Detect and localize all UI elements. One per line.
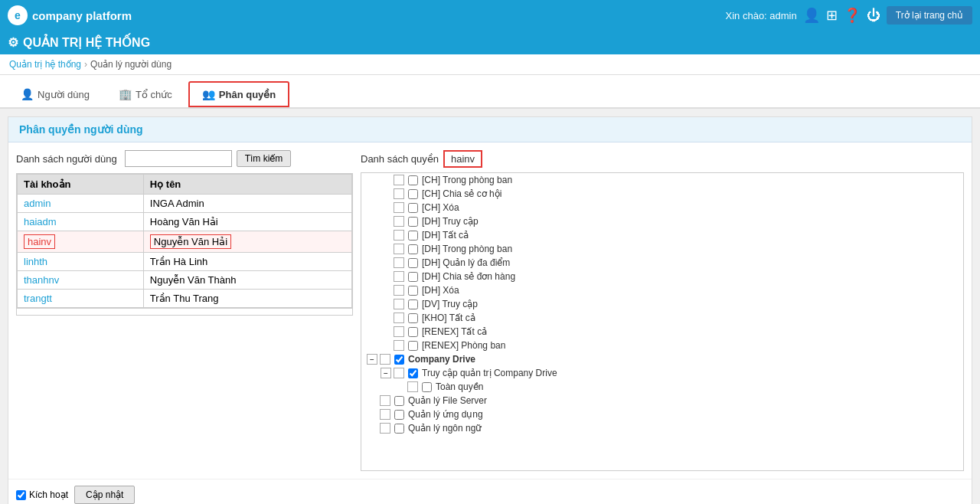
outer-checkbox[interactable] bbox=[380, 395, 390, 406]
outer-checkbox[interactable] bbox=[394, 216, 404, 227]
help-icon[interactable]: ❓ bbox=[844, 7, 861, 24]
activate-checkbox[interactable] bbox=[16, 490, 26, 500]
outer-checkbox[interactable] bbox=[394, 368, 404, 378]
return-home-button[interactable]: Trở lại trang chủ bbox=[887, 6, 972, 25]
perm-label-text: [DH] Tất cả bbox=[422, 230, 469, 241]
outer-checkbox[interactable] bbox=[394, 340, 404, 351]
perm-checkbox[interactable] bbox=[408, 327, 418, 337]
content-body: Danh sách người dùng Tìm kiếm Tài khoản … bbox=[8, 142, 972, 479]
expand-spacer bbox=[381, 175, 391, 185]
outer-checkbox[interactable] bbox=[394, 299, 404, 309]
perm-checkbox[interactable] bbox=[408, 341, 418, 351]
perm-checkbox[interactable] bbox=[408, 217, 418, 227]
perm-item: [RENEX] Tất cả bbox=[361, 325, 963, 339]
expand-spacer bbox=[381, 188, 391, 199]
user-table-scroll[interactable]: Tài khoản Họ tên adminINGA AdminhaiadmHo… bbox=[17, 174, 352, 308]
page-title-main: ⚙ QUẢN TRỊ HỆ THỐNG bbox=[8, 35, 150, 50]
outer-checkbox[interactable] bbox=[394, 202, 404, 213]
perm-checkbox[interactable] bbox=[408, 175, 418, 185]
outer-checkbox[interactable] bbox=[394, 244, 404, 254]
outer-checkbox[interactable] bbox=[380, 409, 390, 420]
expand-spacer bbox=[381, 313, 391, 323]
expand-spacer bbox=[367, 423, 377, 434]
perm-item: [DH] Xóa bbox=[361, 283, 963, 297]
user-fullname: Hoàng Văn Hải bbox=[143, 213, 351, 231]
outer-checkbox[interactable] bbox=[394, 326, 404, 337]
perm-checkbox[interactable] bbox=[408, 203, 418, 213]
perm-item: [DV] Truy cập bbox=[361, 297, 963, 311]
outer-checkbox[interactable] bbox=[394, 175, 404, 185]
expand-spacer bbox=[381, 257, 391, 268]
tab-users[interactable]: 👤 Người dùng bbox=[8, 81, 103, 107]
page-title: QUẢN TRỊ HỆ THỐNG bbox=[23, 35, 150, 50]
user-account[interactable]: trangtt bbox=[18, 290, 144, 308]
user-fullname: Nguyễn Văn Hải bbox=[143, 231, 351, 253]
expand-button[interactable]: − bbox=[367, 354, 377, 365]
outer-checkbox[interactable] bbox=[394, 188, 404, 199]
outer-checkbox[interactable] bbox=[394, 271, 404, 282]
perm-list-label: Danh sách quyền bbox=[361, 153, 439, 165]
perm-label-text: [DH] Xóa bbox=[422, 285, 459, 296]
user-account[interactable]: linhth bbox=[18, 253, 144, 271]
user-icon[interactable]: 👤 bbox=[803, 7, 820, 24]
perm-item: Toàn quyền bbox=[361, 380, 963, 394]
expand-spacer bbox=[381, 244, 391, 254]
perm-checkbox[interactable] bbox=[408, 286, 418, 296]
perm-label-text: [KHO] Tất cả bbox=[422, 313, 475, 323]
perm-checkbox[interactable] bbox=[394, 410, 404, 420]
outer-checkbox[interactable] bbox=[394, 257, 404, 268]
perm-checkbox[interactable] bbox=[394, 355, 404, 365]
perm-tab-icon: 👥 bbox=[202, 88, 215, 100]
breadcrumb-parent[interactable]: Quản trị hệ thống bbox=[9, 59, 81, 70]
user-account[interactable]: admin bbox=[18, 195, 144, 213]
perm-checkbox[interactable] bbox=[422, 382, 432, 392]
user-account[interactable]: thanhnv bbox=[18, 271, 144, 290]
user-table-hscroll[interactable] bbox=[17, 308, 352, 315]
user-table-wrapper: Tài khoản Họ tên adminINGA AdminhaiadmHo… bbox=[16, 173, 353, 316]
user-account[interactable]: haiadm bbox=[18, 213, 144, 231]
outer-checkbox[interactable] bbox=[407, 381, 418, 392]
permission-tree[interactable]: [CH] Trong phòng ban[CH] Chia sẻ cơ hội[… bbox=[361, 172, 964, 471]
logout-icon[interactable]: ⏻ bbox=[867, 8, 880, 24]
expand-spacer bbox=[381, 285, 391, 296]
outer-checkbox[interactable] bbox=[394, 230, 404, 241]
perm-checkbox[interactable] bbox=[408, 258, 418, 268]
perm-checkbox[interactable] bbox=[408, 313, 418, 323]
breadcrumb-separator: › bbox=[84, 59, 87, 70]
search-input[interactable] bbox=[125, 150, 232, 167]
perm-checkbox[interactable] bbox=[408, 368, 418, 378]
update-button[interactable]: Cập nhật bbox=[74, 486, 135, 504]
perm-item: [CH] Chia sẻ cơ hội bbox=[361, 187, 963, 201]
user-list-label: Danh sách người dùng bbox=[16, 153, 117, 165]
tab-perm[interactable]: 👥 Phân quyền bbox=[188, 81, 289, 107]
main-content: Phân quyền người dùng Danh sách người dù… bbox=[8, 116, 972, 504]
perm-label-text: Company Drive bbox=[408, 354, 475, 365]
perm-checkbox[interactable] bbox=[408, 231, 418, 241]
user-account[interactable]: hainv bbox=[18, 231, 144, 253]
outer-checkbox[interactable] bbox=[380, 354, 390, 365]
expand-button[interactable]: − bbox=[381, 368, 391, 378]
tab-org-label: Tổ chức bbox=[136, 89, 172, 100]
user-fullname: Trần Thu Trang bbox=[143, 290, 351, 308]
perm-checkbox[interactable] bbox=[408, 244, 418, 254]
left-panel: Danh sách người dùng Tìm kiếm Tài khoản … bbox=[16, 150, 353, 471]
tab-org[interactable]: 🏢 Tổ chức bbox=[106, 81, 185, 107]
outer-checkbox[interactable] bbox=[380, 423, 390, 434]
perm-checkbox[interactable] bbox=[408, 189, 418, 199]
perm-item: [DH] Trong phòng ban bbox=[361, 242, 963, 256]
perm-checkbox[interactable] bbox=[394, 396, 404, 406]
perm-checkbox[interactable] bbox=[408, 272, 418, 282]
bottom-bar: Kích hoạt Cập nhật bbox=[8, 479, 972, 504]
user-fullname: INGA Admin bbox=[143, 195, 351, 213]
perm-item: [DH] Truy cập bbox=[361, 214, 963, 228]
outer-checkbox[interactable] bbox=[394, 285, 404, 296]
grid-icon[interactable]: ⊞ bbox=[826, 7, 838, 24]
perm-checkbox[interactable] bbox=[394, 424, 404, 434]
outer-checkbox[interactable] bbox=[394, 313, 404, 323]
users-tab-icon: 👤 bbox=[21, 88, 34, 100]
expand-spacer bbox=[367, 409, 377, 420]
perm-checkbox[interactable] bbox=[408, 299, 418, 309]
activate-checkbox-label[interactable]: Kích hoạt bbox=[16, 489, 68, 500]
search-button[interactable]: Tìm kiếm bbox=[237, 150, 292, 167]
perm-item: Quản lý ứng dụng bbox=[361, 407, 963, 421]
